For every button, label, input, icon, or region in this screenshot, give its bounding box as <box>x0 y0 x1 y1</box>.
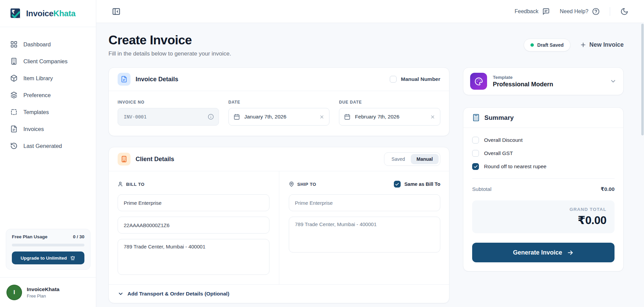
generate-invoice-button[interactable]: Generate Invoice <box>472 243 615 262</box>
brand-name-primary: Invoice <box>26 9 54 18</box>
feedback-button[interactable]: Feedback <box>515 8 549 15</box>
ship-to-address-textarea[interactable]: 789 Trade Center, Mumbai - 400001 <box>289 217 440 253</box>
free-plan-usage-title: Free Plan Usage <box>12 234 47 239</box>
ship-to-name-input[interactable] <box>289 194 440 211</box>
dashed-square-icon <box>10 108 18 116</box>
date-picker[interactable]: January 7th, 2026 <box>228 108 330 126</box>
manual-number-label: Manual Number <box>401 76 440 82</box>
sidebar-item-label: Invoices <box>23 126 44 132</box>
toggle-manual[interactable]: Manual <box>411 154 439 164</box>
round-off-option[interactable]: Round off to nearest rupee <box>472 163 615 170</box>
grand-total-label: GRAND TOTAL <box>480 207 606 212</box>
upgrade-button[interactable]: Upgrade to Unlimited <box>12 251 84 264</box>
new-invoice-label: New Invoice <box>589 41 624 48</box>
sidebar-item-client-companies[interactable]: Client Companies <box>6 53 90 70</box>
history-icon <box>10 142 18 150</box>
chevron-down-icon <box>118 291 124 297</box>
need-help-label: Need Help? <box>560 8 589 15</box>
info-icon[interactable] <box>208 114 214 120</box>
sidebar-item-dashboard[interactable]: Dashboard <box>6 36 90 53</box>
bill-to-name-input[interactable] <box>118 194 269 211</box>
summary-card: Summary Overall Discount Overall GST <box>463 107 624 271</box>
bill-to-label: BILL TO <box>126 182 145 187</box>
sidebar-collapse-button[interactable] <box>112 7 121 16</box>
due-date-value: February 7th, 2026 <box>355 114 426 120</box>
manual-number-checkbox[interactable] <box>390 76 397 83</box>
generate-invoice-label: Generate Invoice <box>513 249 562 256</box>
layers-icon <box>10 91 18 99</box>
dark-mode-toggle[interactable] <box>620 7 628 16</box>
sidebar-item-label: Dashboard <box>23 41 51 48</box>
calendar-icon <box>344 114 350 120</box>
need-help-button[interactable]: Need Help? <box>560 8 600 15</box>
status-dot <box>530 43 534 47</box>
due-date-label: DUE DATE <box>339 100 440 105</box>
palette-icon <box>470 73 487 90</box>
sidebar-nav: Dashboard Client Companies Item Library … <box>0 27 96 154</box>
date-label: DATE <box>228 100 330 105</box>
help-circle-icon <box>592 8 600 15</box>
overall-gst-checkbox[interactable] <box>472 150 479 157</box>
brand-logo[interactable]: ₹ InvoiceKhata <box>0 0 96 27</box>
message-square-icon <box>542 8 550 15</box>
sidebar-item-label: Client Companies <box>23 58 67 65</box>
same-as-bill-label: Same as Bill To <box>404 181 440 187</box>
toggle-saved[interactable]: Saved <box>386 154 411 164</box>
chevron-down-icon <box>610 78 617 85</box>
transport-details-expander[interactable]: Add Transport & Order Details (Optional) <box>109 284 449 303</box>
sidebar-item-invoices[interactable]: Invoices <box>6 120 90 137</box>
invoice-no-input[interactable] <box>118 108 219 126</box>
clear-due-date-button[interactable] <box>430 114 435 119</box>
topbar-divider <box>610 7 610 16</box>
overall-gst-option[interactable]: Overall GST <box>472 150 615 157</box>
user-icon <box>118 181 123 187</box>
ship-to-label: SHIP TO <box>297 182 316 187</box>
map-pin-icon <box>289 181 294 187</box>
page-subtitle: Fill in the details below to generate yo… <box>108 50 231 57</box>
new-invoice-button[interactable]: New Invoice <box>580 41 624 48</box>
package-icon <box>10 74 18 82</box>
sidebar-item-preference[interactable]: Preference <box>6 87 90 104</box>
sidebar-item-label: Preference <box>23 92 51 98</box>
bill-to-gstin-input[interactable] <box>118 217 269 234</box>
calculator-icon <box>472 114 480 122</box>
crown-icon <box>70 255 76 261</box>
sidebar-item-label: Item Library <box>23 75 53 82</box>
transport-details-label: Add Transport & Order Details (Optional) <box>127 291 229 297</box>
page-header: Create Invoice Fill in the details below… <box>108 32 624 57</box>
sidebar-item-templates[interactable]: Templates <box>6 104 90 120</box>
scrollbar-thumb[interactable] <box>641 24 644 135</box>
avatar: I <box>6 285 22 300</box>
free-plan-usage-count: 0 / 30 <box>73 234 84 239</box>
overall-discount-checkbox[interactable] <box>472 137 479 144</box>
calendar-icon <box>234 114 240 120</box>
subtotal-label: Subtotal <box>472 186 491 192</box>
template-selector[interactable]: Template Professional Modern <box>463 67 624 95</box>
client-details-icon <box>118 153 130 166</box>
arrow-right-icon <box>567 249 574 256</box>
user-profile[interactable]: I InvoiceKhata Free Plan <box>0 277 96 307</box>
invoice-details-icon <box>118 73 130 86</box>
due-date-picker[interactable]: February 7th, 2026 <box>339 108 440 126</box>
clear-date-button[interactable] <box>319 114 324 119</box>
bill-to-section: BILL TO 789 Trade Center, Mumbai - 40000… <box>109 171 279 284</box>
round-off-checkbox[interactable] <box>472 163 479 170</box>
draft-saved-badge: Draft Saved <box>524 39 570 51</box>
overall-discount-option[interactable]: Overall Discount <box>472 137 615 144</box>
dashboard-grid-icon <box>10 41 18 48</box>
sidebar-item-label: Templates <box>23 109 49 115</box>
building-icon <box>10 58 18 65</box>
main-area: Feedback Need Help? Create Invoice Fill … <box>96 0 644 307</box>
upgrade-button-label: Upgrade to Unlimited <box>21 256 67 261</box>
bill-to-address-textarea[interactable]: 789 Trade Center, Mumbai - 400001 <box>118 239 269 275</box>
same-as-bill-to[interactable]: Same as Bill To <box>394 181 440 188</box>
template-value: Professional Modern <box>493 81 553 88</box>
invoicekhata-logo-icon: ₹ <box>9 7 22 20</box>
scrollbar-track <box>641 24 644 306</box>
sidebar-item-last-generated[interactable]: Last Generated <box>6 137 90 154</box>
same-as-bill-checkbox[interactable] <box>394 181 401 188</box>
sidebar-item-item-library[interactable]: Item Library <box>6 70 90 87</box>
free-plan-usage-card: Free Plan Usage 0 / 30 Upgrade to Unlimi… <box>6 229 90 270</box>
date-field-group: DATE January 7th, 2026 <box>228 100 330 126</box>
avatar-initial: I <box>14 289 15 296</box>
